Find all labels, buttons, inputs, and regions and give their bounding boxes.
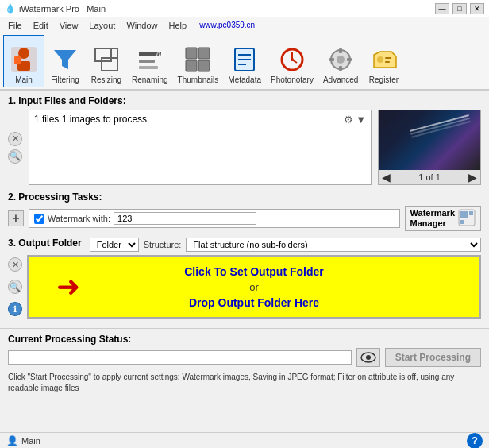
watermark-value-input[interactable] [114, 212, 256, 225]
watermark-manager-button[interactable]: WatermarkManager [405, 206, 481, 231]
red-arrow-icon: ➜ [56, 270, 80, 303]
next-image-button[interactable]: ▶ [468, 171, 477, 183]
start-processing-button[interactable]: Start Processing [385, 348, 481, 367]
thumbnails-icon [183, 45, 212, 74]
renaming-icon: abc [136, 45, 164, 74]
bottom-bar: 👤 Main ? [0, 432, 489, 448]
task-line: Watermark with: [29, 209, 400, 228]
filtering-icon [51, 45, 79, 74]
main-icon [10, 45, 38, 74]
svg-rect-35 [460, 211, 468, 218]
watermark-url: www.pc0359.cn [199, 21, 255, 29]
input-files-row: ✕ 🔍 1 files 1 images to process. ⚙ ▼ ◀ 1… [8, 110, 481, 185]
maximize-button[interactable]: □ [452, 3, 467, 14]
output-folder-label: 3. Output Folder [8, 238, 82, 249]
processing-tasks: 2. Processing Tasks: + Watermark with: W… [8, 191, 481, 231]
main-content: 1. Input Files and Folders: ✕ 🔍 1 files … [0, 91, 489, 328]
drop-or-text: or [249, 281, 259, 293]
toolbar-advanced-label: Advanced [323, 75, 358, 84]
svg-rect-27 [339, 48, 342, 53]
watermark-manager-label: WatermarkManager [410, 208, 455, 229]
title-bar-controls[interactable]: — □ ✕ [435, 3, 484, 14]
drop-drop-text: Drop Output Folder Here [189, 296, 319, 309]
status-bar-row: Start Processing [8, 348, 481, 367]
toolbar-advanced[interactable]: Advanced [318, 35, 363, 87]
toolbar-resizing[interactable]: Resizing [86, 35, 127, 87]
info-output-button[interactable]: ℹ [8, 302, 22, 316]
status-description-text: Click "Start Processing" to apply curren… [8, 370, 481, 396]
toolbar-metadata[interactable]: Metadata [223, 35, 266, 87]
toolbar-photonotary[interactable]: Photonotary [266, 35, 318, 87]
help-button[interactable]: ? [467, 433, 483, 449]
toolbar-main[interactable]: Main [3, 35, 44, 87]
dropdown-arrow-icon[interactable]: ▼ [356, 114, 366, 126]
svg-point-26 [337, 56, 345, 64]
menu-layout[interactable]: Layout [84, 20, 120, 31]
title-bar-left: 💧 iWatermark Pro : Main [5, 3, 106, 14]
toolbar-renaming[interactable]: abc Renaming [127, 35, 173, 87]
toolbar-renaming-label: Renaming [132, 75, 168, 84]
toolbar-resizing-label: Resizing [91, 75, 121, 84]
search-file-button[interactable]: 🔍 [8, 149, 22, 164]
output-folder-box: ✕ 🔍 ℹ ➜ Click To Set Output Folder or Dr… [8, 255, 481, 319]
add-task-button[interactable]: + [8, 210, 24, 226]
toolbar-thumbnails[interactable]: Thumbnails [173, 35, 224, 87]
minimize-button[interactable]: — [435, 3, 449, 14]
svg-rect-37 [460, 220, 464, 224]
menu-edit[interactable]: Edit [29, 20, 53, 31]
svg-rect-3 [14, 56, 21, 64]
toolbar-filtering[interactable]: Filtering [44, 35, 86, 87]
folder-type-select[interactable]: Folder [90, 238, 139, 252]
svg-rect-28 [339, 66, 342, 71]
metadata-icon [230, 45, 259, 74]
menu-bar: File Edit View Layout Window Help www.pc… [0, 17, 489, 33]
gear-icon[interactable]: ⚙ [344, 114, 353, 126]
svg-rect-11 [139, 66, 158, 69]
toolbar-register[interactable]: Register [363, 35, 404, 87]
toolbar-metadata-label: Metadata [228, 75, 261, 84]
menu-file[interactable]: File [3, 20, 27, 31]
svg-rect-33 [385, 61, 390, 63]
toolbar-main-label: Main [15, 75, 33, 84]
search-output-button[interactable]: 🔍 [8, 280, 22, 294]
preview-nav: ◀ 1 of 1 ▶ [379, 170, 480, 184]
output-folder-section: 3. Output Folder Folder Structure: Flat … [8, 238, 481, 319]
svg-rect-5 [95, 48, 111, 61]
status-label: Current Processing Status: [8, 334, 481, 345]
preview-toggle-button[interactable] [356, 348, 380, 367]
files-box: 1 files 1 images to process. ⚙ ▼ [29, 110, 372, 185]
remove-output-button[interactable]: ✕ [8, 257, 22, 272]
output-folder-controls: ✕ 🔍 ℹ [8, 255, 22, 319]
register-icon [369, 45, 398, 74]
bottom-section-label: Main [21, 436, 40, 446]
watermark-checkbox[interactable] [34, 214, 44, 224]
svg-point-31 [377, 56, 383, 63]
tasks-row: + Watermark with: WatermarkManager [8, 206, 481, 231]
bottom-user-icon: 👤 [6, 435, 18, 446]
advanced-icon [326, 45, 355, 74]
structure-select[interactable]: Flat structure (no sub-folders) [186, 238, 481, 252]
remove-file-button[interactable]: ✕ [8, 132, 22, 146]
svg-rect-10 [139, 60, 155, 63]
title-bar: 💧 iWatermark Pro : Main — □ ✕ [0, 0, 489, 17]
image-counter: 1 of 1 [418, 172, 441, 182]
drop-click-text: Click To Set Output Folder [184, 265, 324, 278]
preview-image [379, 110, 480, 170]
close-button[interactable]: ✕ [470, 3, 484, 14]
svg-rect-14 [198, 48, 210, 59]
input-files-controls: ✕ 🔍 [8, 110, 22, 185]
svg-rect-36 [469, 211, 473, 215]
processing-tasks-label: 2. Processing Tasks: [8, 191, 481, 203]
watermark-task-label: Watermark with: [48, 214, 110, 223]
svg-rect-29 [329, 58, 334, 61]
toolbar: Main Filtering Resizing a [0, 33, 489, 91]
svg-text:abc: abc [156, 49, 164, 58]
menu-window[interactable]: Window [121, 20, 162, 31]
svg-point-39 [366, 355, 371, 360]
menu-view[interactable]: View [55, 20, 83, 31]
structure-label: Structure: [144, 240, 182, 249]
output-drop-area[interactable]: ➜ Click To Set Output Folder or Drop Out… [27, 255, 481, 319]
prev-image-button[interactable]: ◀ [382, 171, 391, 183]
svg-rect-6 [102, 58, 117, 71]
menu-help[interactable]: Help [164, 20, 192, 31]
